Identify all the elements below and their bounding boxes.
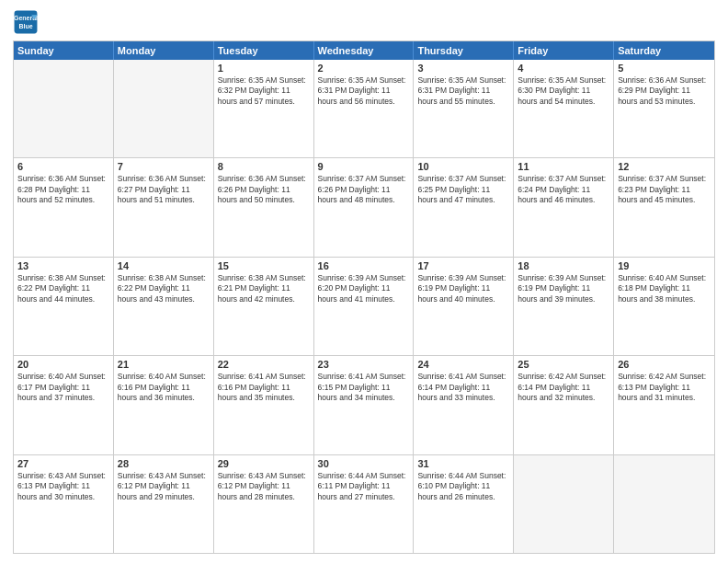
calendar-cell: 7Sunrise: 6:36 AM Sunset: 6:27 PM Daylig…: [114, 158, 214, 256]
calendar-cell: 12Sunrise: 6:37 AM Sunset: 6:23 PM Dayli…: [614, 158, 714, 256]
cell-detail: Sunrise: 6:37 AM Sunset: 6:23 PM Dayligh…: [618, 174, 711, 205]
calendar-cell: 21Sunrise: 6:40 AM Sunset: 6:16 PM Dayli…: [114, 356, 214, 454]
cell-detail: Sunrise: 6:39 AM Sunset: 6:19 PM Dayligh…: [417, 273, 509, 304]
cell-detail: Sunrise: 6:40 AM Sunset: 6:17 PM Dayligh…: [17, 372, 109, 403]
header-day-tuesday: Tuesday: [214, 41, 314, 60]
header-day-wednesday: Wednesday: [314, 41, 415, 60]
calendar-cell: 9Sunrise: 6:37 AM Sunset: 6:26 PM Daylig…: [314, 158, 415, 256]
calendar-week-1: 1Sunrise: 6:35 AM Sunset: 6:32 PM Daylig…: [14, 60, 714, 157]
page: General Blue SundayMondayTuesdayWednesda…: [0, 0, 728, 563]
logo-icon: General Blue: [13, 9, 39, 35]
day-number: 17: [417, 260, 509, 271]
cell-detail: Sunrise: 6:44 AM Sunset: 6:11 PM Dayligh…: [318, 471, 410, 502]
header: General Blue: [13, 9, 715, 35]
day-number: 29: [218, 458, 310, 469]
calendar-cell: 15Sunrise: 6:38 AM Sunset: 6:21 PM Dayli…: [214, 258, 314, 355]
cell-detail: Sunrise: 6:37 AM Sunset: 6:26 PM Dayligh…: [318, 174, 410, 205]
calendar-cell: 4Sunrise: 6:35 AM Sunset: 6:30 PM Daylig…: [514, 60, 614, 157]
cell-detail: Sunrise: 6:36 AM Sunset: 6:27 PM Dayligh…: [118, 174, 210, 205]
calendar-cell: 8Sunrise: 6:36 AM Sunset: 6:26 PM Daylig…: [214, 158, 314, 256]
cell-detail: Sunrise: 6:36 AM Sunset: 6:28 PM Dayligh…: [17, 174, 109, 205]
calendar-week-4: 20Sunrise: 6:40 AM Sunset: 6:17 PM Dayli…: [14, 355, 714, 454]
day-number: 9: [318, 161, 410, 172]
calendar-week-2: 6Sunrise: 6:36 AM Sunset: 6:28 PM Daylig…: [14, 157, 714, 256]
cell-detail: Sunrise: 6:35 AM Sunset: 6:31 PM Dayligh…: [417, 75, 509, 107]
header-day-monday: Monday: [114, 41, 214, 60]
cell-detail: Sunrise: 6:42 AM Sunset: 6:13 PM Dayligh…: [618, 372, 711, 403]
cell-detail: Sunrise: 6:43 AM Sunset: 6:13 PM Dayligh…: [17, 471, 109, 502]
header-day-saturday: Saturday: [614, 41, 714, 60]
calendar-cell: 11Sunrise: 6:37 AM Sunset: 6:24 PM Dayli…: [514, 158, 614, 256]
calendar-cell: 24Sunrise: 6:41 AM Sunset: 6:14 PM Dayli…: [414, 356, 514, 454]
calendar-cell: 18Sunrise: 6:39 AM Sunset: 6:19 PM Dayli…: [514, 258, 614, 355]
cell-detail: Sunrise: 6:35 AM Sunset: 6:32 PM Dayligh…: [218, 75, 310, 107]
cell-detail: Sunrise: 6:43 AM Sunset: 6:12 PM Dayligh…: [218, 471, 310, 502]
calendar-cell: 20Sunrise: 6:40 AM Sunset: 6:17 PM Dayli…: [14, 356, 114, 454]
cell-detail: Sunrise: 6:41 AM Sunset: 6:14 PM Dayligh…: [417, 372, 509, 403]
calendar-cell: 1Sunrise: 6:35 AM Sunset: 6:32 PM Daylig…: [214, 60, 314, 157]
cell-detail: Sunrise: 6:37 AM Sunset: 6:25 PM Dayligh…: [417, 174, 509, 205]
calendar-cell: 28Sunrise: 6:43 AM Sunset: 6:12 PM Dayli…: [114, 455, 214, 553]
day-number: 6: [17, 161, 109, 172]
calendar-cell: 26Sunrise: 6:42 AM Sunset: 6:13 PM Dayli…: [614, 356, 714, 454]
calendar-week-5: 27Sunrise: 6:43 AM Sunset: 6:13 PM Dayli…: [14, 454, 714, 553]
calendar-cell: [514, 455, 614, 553]
calendar-body: 1Sunrise: 6:35 AM Sunset: 6:32 PM Daylig…: [14, 60, 714, 553]
cell-detail: Sunrise: 6:41 AM Sunset: 6:15 PM Dayligh…: [318, 372, 410, 403]
calendar-cell: 22Sunrise: 6:41 AM Sunset: 6:16 PM Dayli…: [214, 356, 314, 454]
day-number: 27: [17, 458, 109, 469]
day-number: 5: [618, 63, 711, 74]
day-number: 30: [318, 458, 410, 469]
logo: General Blue: [13, 9, 42, 35]
day-number: 21: [118, 359, 210, 370]
calendar-cell: 5Sunrise: 6:36 AM Sunset: 6:29 PM Daylig…: [614, 60, 714, 157]
cell-detail: Sunrise: 6:37 AM Sunset: 6:24 PM Dayligh…: [518, 174, 609, 205]
cell-detail: Sunrise: 6:40 AM Sunset: 6:16 PM Dayligh…: [118, 372, 210, 403]
day-number: 16: [318, 260, 410, 271]
calendar-cell: 19Sunrise: 6:40 AM Sunset: 6:18 PM Dayli…: [614, 258, 714, 355]
calendar-cell: [614, 455, 714, 553]
calendar-cell: 3Sunrise: 6:35 AM Sunset: 6:31 PM Daylig…: [414, 60, 514, 157]
day-number: 14: [118, 260, 210, 271]
calendar-cell: 31Sunrise: 6:44 AM Sunset: 6:10 PM Dayli…: [414, 455, 514, 553]
day-number: 15: [218, 260, 310, 271]
cell-detail: Sunrise: 6:35 AM Sunset: 6:31 PM Dayligh…: [318, 75, 410, 107]
calendar-cell: 2Sunrise: 6:35 AM Sunset: 6:31 PM Daylig…: [314, 60, 415, 157]
calendar-cell: 29Sunrise: 6:43 AM Sunset: 6:12 PM Dayli…: [214, 455, 314, 553]
cell-detail: Sunrise: 6:38 AM Sunset: 6:22 PM Dayligh…: [118, 273, 210, 304]
day-number: 10: [417, 161, 509, 172]
header-day-sunday: Sunday: [14, 41, 114, 60]
calendar-cell: 17Sunrise: 6:39 AM Sunset: 6:19 PM Dayli…: [414, 258, 514, 355]
calendar-cell: 14Sunrise: 6:38 AM Sunset: 6:22 PM Dayli…: [114, 258, 214, 355]
cell-detail: Sunrise: 6:38 AM Sunset: 6:22 PM Dayligh…: [17, 273, 109, 304]
svg-text:Blue: Blue: [18, 23, 32, 29]
calendar-cell: 16Sunrise: 6:39 AM Sunset: 6:20 PM Dayli…: [314, 258, 415, 355]
day-number: 18: [518, 260, 609, 271]
day-number: 4: [518, 63, 609, 74]
day-number: 2: [318, 63, 410, 74]
calendar-cell: 27Sunrise: 6:43 AM Sunset: 6:13 PM Dayli…: [14, 455, 114, 553]
day-number: 22: [218, 359, 310, 370]
day-number: 24: [417, 359, 509, 370]
cell-detail: Sunrise: 6:39 AM Sunset: 6:20 PM Dayligh…: [318, 273, 410, 304]
calendar-cell: 10Sunrise: 6:37 AM Sunset: 6:25 PM Dayli…: [414, 158, 514, 256]
calendar-cell: 30Sunrise: 6:44 AM Sunset: 6:11 PM Dayli…: [314, 455, 415, 553]
calendar-cell: [14, 60, 114, 157]
cell-detail: Sunrise: 6:44 AM Sunset: 6:10 PM Dayligh…: [417, 471, 509, 502]
day-number: 23: [318, 359, 410, 370]
day-number: 26: [618, 359, 711, 370]
day-number: 7: [118, 161, 210, 172]
day-number: 11: [518, 161, 609, 172]
day-number: 13: [17, 260, 109, 271]
cell-detail: Sunrise: 6:42 AM Sunset: 6:14 PM Dayligh…: [518, 372, 609, 403]
calendar-cell: 23Sunrise: 6:41 AM Sunset: 6:15 PM Dayli…: [314, 356, 415, 454]
calendar-cell: 25Sunrise: 6:42 AM Sunset: 6:14 PM Dayli…: [514, 356, 614, 454]
day-number: 31: [417, 458, 509, 469]
day-number: 19: [618, 260, 711, 271]
cell-detail: Sunrise: 6:36 AM Sunset: 6:26 PM Dayligh…: [218, 174, 310, 205]
svg-rect-0: [15, 11, 38, 34]
day-number: 1: [218, 63, 310, 74]
day-number: 3: [417, 63, 509, 74]
calendar: SundayMondayTuesdayWednesdayThursdayFrid…: [13, 40, 715, 554]
day-number: 12: [618, 161, 711, 172]
